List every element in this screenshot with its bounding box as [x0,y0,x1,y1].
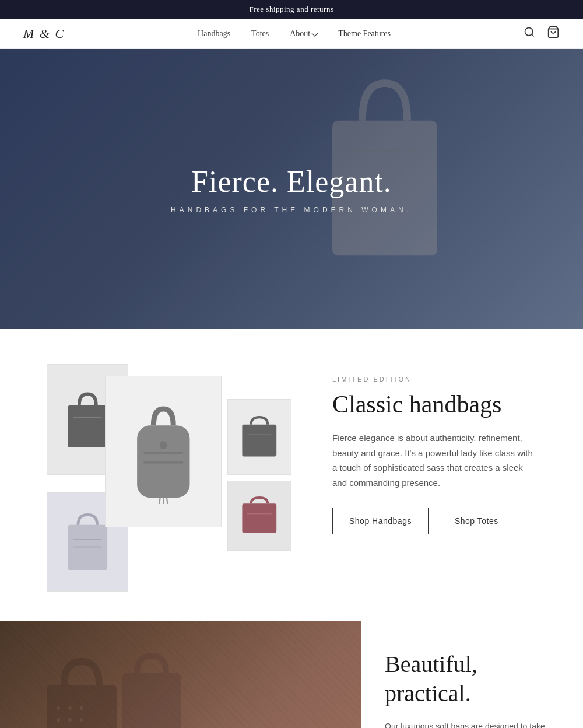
svg-point-29 [80,718,83,722]
satchel-icon-1 [237,411,282,463]
feature-buttons: Shop Handbags Shop Totes [332,508,536,534]
svg-rect-16 [247,435,272,435]
search-button[interactable] [524,26,535,41]
svg-rect-9 [143,452,183,453]
second-description: Our luxurious soft bags are designed to … [385,720,560,728]
svg-rect-18 [247,513,272,514]
logo[interactable]: M & C [23,26,65,41]
svg-line-12 [158,498,160,504]
svg-rect-7 [73,416,101,418]
svg-rect-10 [143,461,183,463]
hero-section: Fierce. Elegant. HANDBAGS FOR THE MODERN… [0,49,583,329]
svg-line-14 [167,498,168,504]
hero-content: Fierce. Elegant. HANDBAGS FOR THE MODERN… [171,164,412,214]
second-section: Beautiful, practical. Our luxurious soft… [0,621,583,728]
bg-bags-decoration [23,638,198,728]
second-section-bg-image [0,621,379,728]
about-chevron-icon [312,30,318,36]
feature-section: LIMITED EDITION Classic handbags Fierce … [0,329,583,621]
search-icon [524,26,535,38]
svg-rect-23 [122,673,181,728]
nav-theme-features[interactable]: Theme Features [338,29,391,38]
bag-image-2 [105,376,222,527]
nav-handbags[interactable]: Handbags [198,29,230,38]
hero-subtitle: HANDBAGS FOR THE MODERN WOMAN. [171,206,412,214]
svg-rect-6 [68,405,107,447]
svg-point-26 [80,706,83,710]
svg-point-28 [68,718,72,722]
header: M & C Handbags Totes About Theme Feature… [0,19,583,49]
shop-handbags-button[interactable]: Shop Handbags [332,508,429,534]
limited-edition-label: LIMITED EDITION [332,376,536,383]
feature-heading: Classic handbags [332,390,536,419]
nav-totes[interactable]: Totes [251,29,269,38]
svg-point-27 [57,718,60,722]
svg-point-0 [525,28,533,36]
feature-text: LIMITED EDITION Classic handbags Fierce … [332,364,536,534]
second-section-text: Beautiful, practical. Our luxurious soft… [361,621,583,728]
header-icons [524,26,560,41]
svg-point-11 [159,441,167,449]
backpack-icon [123,399,204,505]
svg-rect-17 [243,503,277,533]
nav-about[interactable]: About [290,29,317,38]
shop-totes-button[interactable]: Shop Totes [438,508,515,534]
feature-description: Fierce elegance is about authenticity, r… [332,430,536,490]
bag-image-3 [227,399,292,475]
handbag-icon-1 [237,492,282,540]
svg-line-1 [532,34,534,37]
svg-rect-21 [73,547,101,548]
svg-rect-4 [347,150,423,152]
second-heading: Beautiful, practical. [385,650,560,708]
svg-rect-20 [73,539,101,540]
cart-button[interactable] [547,26,560,41]
svg-rect-15 [243,425,277,457]
feature-images [47,364,297,586]
main-nav: Handbags Totes About Theme Features [198,29,391,38]
hero-title: Fierce. Elegant. [171,164,412,199]
svg-point-25 [68,706,72,710]
cart-icon [547,26,560,38]
announcement-bar: Free shipping and returns [0,0,583,19]
svg-point-24 [57,706,60,710]
announcement-text: Free shipping and returns [249,5,333,13]
bag-image-4 [227,481,292,551]
